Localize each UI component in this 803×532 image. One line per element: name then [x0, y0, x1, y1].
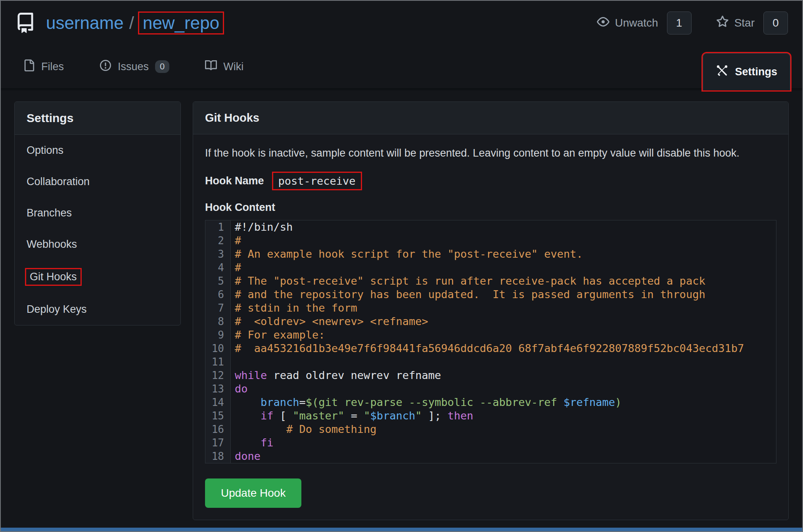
- repo-header: username / new_repo Unwatch 1: [1, 1, 802, 45]
- tab-settings[interactable]: Settings: [703, 53, 790, 90]
- code-line: 13do: [205, 382, 776, 396]
- star-count[interactable]: 0: [763, 11, 788, 34]
- code-line: 12while read oldrev newrev refname: [205, 369, 776, 382]
- code-line: 16 # Do something: [205, 423, 776, 436]
- issue-icon: [100, 59, 111, 74]
- code-line-content: if [ "master" = "$branch" ]; then: [231, 409, 473, 423]
- star-icon: [716, 15, 729, 31]
- code-lines: 1#!/bin/sh2#3# An example hook script fo…: [205, 220, 776, 463]
- code-line-content: #: [231, 234, 241, 247]
- line-number: 12: [205, 369, 231, 382]
- settings-sidebar: Settings Options Collaboration Branches …: [14, 101, 181, 325]
- code-line-content: # aa453216d1b3e49e7f6f98441fa56946ddcd6a…: [231, 342, 744, 355]
- sidebar-item-branches[interactable]: Branches: [15, 197, 180, 229]
- watch-count[interactable]: 1: [667, 11, 692, 34]
- repo-name-annotation: new_repo: [140, 13, 222, 33]
- hook-content-label: Hook Content: [205, 201, 776, 214]
- page: username / new_repo Unwatch 1: [0, 0, 803, 532]
- code-line-content: while read oldrev newrev refname: [231, 369, 441, 382]
- tab-settings-label: Settings: [735, 66, 777, 78]
- tab-issues[interactable]: Issues 0: [100, 59, 169, 74]
- bottom-bar: [1, 528, 802, 531]
- hook-content-editor[interactable]: 1#!/bin/sh2#3# An example hook script fo…: [205, 220, 776, 463]
- star-label: Star: [734, 17, 755, 29]
- line-number: 11: [205, 355, 231, 369]
- line-number: 16: [205, 423, 231, 436]
- hook-name-row: Hook Name post-receive: [205, 173, 776, 189]
- code-line-content: branch=$(git rev-parse --symbolic --abbr…: [231, 396, 621, 409]
- panel-title: Git Hooks: [193, 102, 788, 134]
- sidebar-item-collaboration[interactable]: Collaboration: [15, 166, 180, 197]
- code-line: 18done: [205, 450, 776, 463]
- breadcrumb-separator: /: [129, 13, 134, 33]
- sidebar-item-label: Branches: [27, 207, 72, 219]
- code-line-content: [231, 355, 235, 369]
- tab-wiki-label: Wiki: [223, 61, 243, 73]
- code-line-content: # and the repository has been updated. I…: [231, 288, 705, 301]
- code-line: 1#!/bin/sh: [205, 220, 776, 234]
- line-number: 14: [205, 396, 231, 409]
- sidebar-item-label: Collaboration: [27, 176, 90, 188]
- hook-name-label: Hook Name: [205, 175, 264, 187]
- code-line-content: # For example:: [231, 328, 325, 342]
- line-number: 10: [205, 342, 231, 355]
- file-icon: [23, 59, 35, 74]
- code-line: 6# and the repository has been updated. …: [205, 288, 776, 301]
- code-line-content: done: [231, 450, 261, 463]
- line-number: 15: [205, 409, 231, 423]
- sidebar-item-label: Options: [27, 144, 63, 156]
- panel-body: If the hook is inactive, sample content …: [193, 134, 788, 520]
- code-line-content: # Do something: [231, 423, 377, 436]
- code-line: 5# The "post-receive" script is run afte…: [205, 274, 776, 288]
- line-number: 6: [205, 288, 231, 301]
- code-line-content: # <oldrev> <newrev> <refname>: [231, 315, 428, 328]
- code-line: 11: [205, 355, 776, 369]
- tab-wiki[interactable]: Wiki: [205, 59, 243, 74]
- sidebar-item-label: Git Hooks: [27, 270, 80, 284]
- unwatch-label: Unwatch: [615, 17, 658, 29]
- header-actions: Unwatch 1 Star 0: [597, 11, 788, 34]
- hook-name-value: post-receive: [274, 173, 360, 189]
- sidebar-item-deploy-keys[interactable]: Deploy Keys: [15, 294, 180, 325]
- line-number: 9: [205, 328, 231, 342]
- code-line: 10# aa453216d1b3e49e7f6f98441fa56946ddcd…: [205, 342, 776, 355]
- sidebar-item-label: Webhooks: [27, 238, 77, 250]
- line-number: 7: [205, 301, 231, 315]
- sidebar-item-label: Deploy Keys: [27, 303, 87, 315]
- code-line-content: #!/bin/sh: [231, 220, 293, 234]
- code-line-content: # stdin in the form: [231, 301, 357, 315]
- line-number: 8: [205, 315, 231, 328]
- tab-files[interactable]: Files: [23, 59, 64, 74]
- update-hook-button[interactable]: Update Hook: [205, 478, 301, 508]
- code-line-content: # An example hook script for the "post-r…: [231, 247, 583, 261]
- line-number: 13: [205, 382, 231, 396]
- line-number: 17: [205, 436, 231, 450]
- sidebar-item-webhooks[interactable]: Webhooks: [15, 229, 180, 260]
- content: Settings Options Collaboration Branches …: [1, 90, 802, 520]
- sidebar-item-options[interactable]: Options: [15, 135, 180, 166]
- code-line: 8# <oldrev> <newrev> <refname>: [205, 315, 776, 328]
- code-line: 9# For example:: [205, 328, 776, 342]
- repo-book-icon: [15, 13, 36, 33]
- code-line: 4#: [205, 261, 776, 274]
- code-line-content: #: [231, 261, 241, 274]
- code-line-content: fi: [231, 436, 274, 450]
- code-line: 3# An example hook script for the "post-…: [205, 247, 776, 261]
- breadcrumb: username / new_repo: [46, 13, 222, 33]
- book-icon: [205, 59, 217, 74]
- code-line: 17 fi: [205, 436, 776, 450]
- eye-icon: [597, 15, 609, 31]
- line-number: 3: [205, 247, 231, 261]
- issues-count-badge: 0: [155, 60, 169, 73]
- repo-owner-link[interactable]: username: [46, 13, 124, 33]
- repo-name-link[interactable]: new_repo: [143, 13, 219, 33]
- line-number: 18: [205, 450, 231, 463]
- star-button[interactable]: Star: [716, 15, 755, 31]
- sidebar-item-git-hooks[interactable]: Git Hooks: [15, 260, 180, 294]
- code-line: 7# stdin in the form: [205, 301, 776, 315]
- tools-icon: [716, 64, 728, 80]
- tab-issues-label: Issues: [118, 61, 149, 73]
- line-number: 1: [205, 220, 231, 234]
- unwatch-button[interactable]: Unwatch: [597, 15, 658, 31]
- code-line: 15 if [ "master" = "$branch" ]; then: [205, 409, 776, 423]
